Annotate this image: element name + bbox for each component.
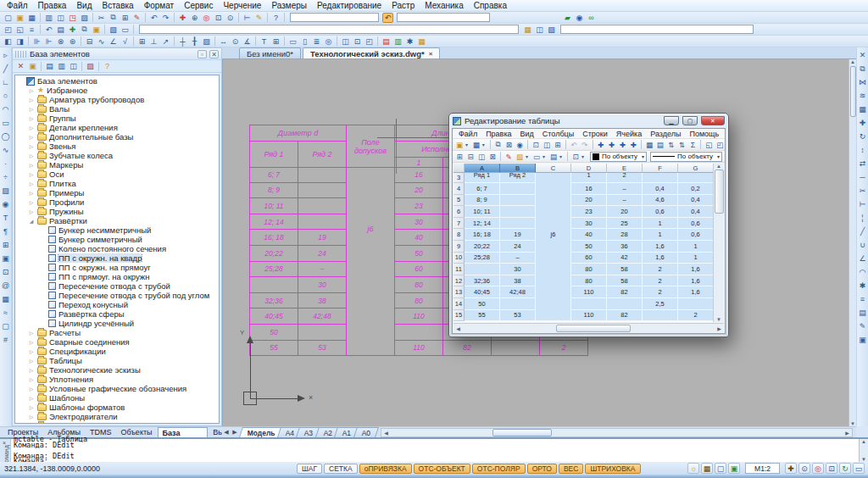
text-note-icon[interactable]: T [259,36,270,47]
grid-cell[interactable]: 16 [571,183,607,195]
grid-row-number[interactable]: 4 [453,183,465,195]
grid-cell[interactable]: 0,2 [678,183,713,195]
grid-cell[interactable]: 6; 7 [465,183,500,195]
ellipse-icon[interactable]: ◯ [1,131,11,142]
copy-icon[interactable]: ⧉ [108,13,119,23]
menu-item[interactable]: Файл [2,1,33,10]
dialog-menu-item[interactable]: Файл [454,130,481,138]
base-export-icon[interactable]: ▨ [85,61,96,71]
merge-cells-icon[interactable]: ⊞ [454,152,465,161]
scroll-up-icon[interactable]: ▲ [850,59,855,64]
grid-cell[interactable]: 19 [500,229,536,241]
grid-column-header[interactable]: E [607,164,643,173]
dimension-radial-icon[interactable]: ⊙ [230,36,241,47]
standard-parts-icon[interactable]: ◧ [3,36,14,47]
grid-cell[interactable]: 8; 9 [465,195,500,207]
stretch-icon[interactable]: ⇄ [858,158,868,169]
export-table-icon[interactable]: ⊠ [504,140,514,149]
dialog-menu-item[interactable]: Ячейка [612,130,646,138]
palette-title-bar[interactable]: База элементов ▫ ✕ [13,48,221,60]
grid-cell[interactable]: 40;45 [465,286,500,298]
command-history[interactable]: mctable - ТаблицаКоманда: DEditКоманда: … [11,436,859,462]
tree-item[interactable]: Пересечение отвода с трубой [15,281,219,291]
grid-cell[interactable]: 1 [643,229,678,241]
scroll-thumb[interactable] [556,325,631,332]
grid-row-number[interactable]: 10 [453,253,465,264]
grid-cell[interactable]: 0,6 [678,229,713,241]
viewport-icon[interactable]: ◱ [14,25,25,35]
offset-icon[interactable]: ≋ [858,91,868,101]
tree-item[interactable]: ▷Арматура трубопроводов [15,95,219,104]
tree-item[interactable]: ▷Группы [15,114,219,123]
properties-icon[interactable]: ▤ [858,308,868,318]
bom-manager-icon[interactable]: ▤ [381,36,392,47]
rotate-icon[interactable]: ↻ [858,131,868,142]
tree-item[interactable]: ▷Примеры [15,188,219,197]
expander-icon[interactable]: ▷ [28,143,35,149]
select-icon[interactable]: ▹ [1,50,11,60]
grid-cell[interactable]: 2 [607,173,643,183]
grid-row-number[interactable]: 12 [453,275,465,287]
scroll-thumb[interactable] [850,66,856,117]
notebook-icon[interactable]: ◰ [715,140,725,149]
fillet-icon[interactable]: ◠ [858,267,868,277]
tree-item[interactable]: ▷Звенья [15,142,219,151]
tree-item[interactable]: ▷Детали крепления [15,123,219,132]
grid-cell[interactable] [536,218,571,230]
text-align-icon[interactable]: ▭ [531,152,542,161]
grid-row-number[interactable]: 9 [453,241,465,253]
copy-obj-icon[interactable]: ⧉ [858,64,868,74]
grid-cell[interactable] [465,264,500,275]
tree-item[interactable]: ▷Шаблоны форматов [15,403,219,412]
grid-cell[interactable]: 0,4 [678,206,713,218]
tree-item[interactable]: ▷Дополнительные базы [15,132,219,142]
thread-icon[interactable]: ∿ [96,36,107,47]
grid-cell[interactable]: 80 [571,264,607,275]
datum-symbol-icon[interactable]: ⊥ [148,36,159,47]
tree-item[interactable]: ▷Оси [15,170,219,179]
block-icon[interactable]: ▣ [1,253,11,264]
break-icon[interactable]: ╱ [858,226,868,236]
gear-tool-icon[interactable]: ⊛ [67,36,78,47]
centerline-icon[interactable]: ╂ [189,36,200,47]
grid-cell[interactable]: 24 [500,241,536,253]
text-align-dropdown-icon[interactable]: ▾ [542,153,548,159]
copy-properties-icon[interactable]: ⧉ [493,140,504,149]
sort-ascending-icon[interactable]: ⇅ [666,140,676,149]
expander-icon[interactable]: ▷ [28,395,35,401]
detail-view-icon[interactable]: ⊡ [352,36,363,47]
image-attach-icon[interactable]: ▨ [546,25,557,35]
dialog-menu-item[interactable]: Разделы [646,130,685,138]
grid-cell[interactable] [536,183,571,195]
format-painter-icon[interactable]: ✎ [131,13,142,23]
copy-cells-icon[interactable]: ◫ [542,140,552,149]
grid-cell[interactable] [536,253,571,264]
section-view-icon[interactable]: ◫ [340,36,351,47]
color-control-icon[interactable]: ▧ [108,25,119,35]
lengthen-icon[interactable]: ─ [858,172,868,182]
status-toggle[interactable]: оПРИВЯЗКА [359,464,412,474]
grid-cell[interactable] [536,298,571,310]
scroll-right-icon[interactable]: ▶ [715,325,724,331]
annotation-light-icon[interactable]: ☼ [687,463,699,474]
grid-cell[interactable] [643,310,678,322]
surface-finish-icon[interactable]: √ [120,36,131,47]
grid-row-number[interactable]: 14 [453,298,465,310]
join-icon[interactable]: ∪ [858,240,868,250]
expander-icon[interactable]: ▷ [28,106,35,112]
tree-item[interactable]: Колено постоянного сечения [15,244,219,253]
grid-cell[interactable] [536,206,571,218]
base-preview-icon[interactable]: ◫ [68,61,79,71]
pan-icon[interactable]: ✚ [177,13,188,23]
profile-user-icon[interactable]: ◉ [574,13,585,23]
undo-icon[interactable]: ↶ [148,13,159,23]
menu-item[interactable]: Размеры [266,1,312,10]
ecab-library-icon[interactable]: ▰ [562,13,573,23]
grid-cell[interactable] [607,298,643,310]
border-style-icon[interactable]: ▤ [548,152,559,161]
leader-note-icon[interactable]: ↗ [160,36,171,47]
weld-symbol-icon[interactable]: ∠ [108,36,119,47]
open-table-icon[interactable]: ▣ [454,140,465,149]
grid-cell[interactable]: 82 [607,310,643,322]
tree-item[interactable]: ▷Таблицы [15,356,219,365]
